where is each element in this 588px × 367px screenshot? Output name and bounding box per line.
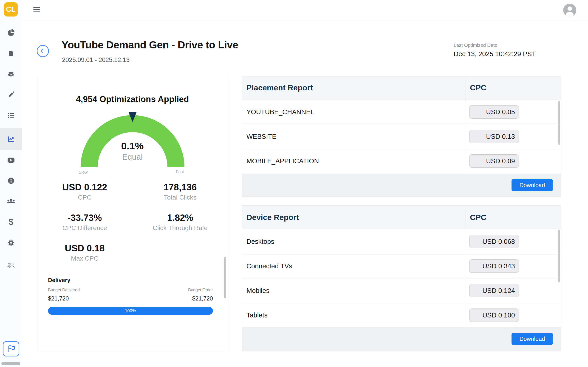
device-scrollbar[interactable] <box>558 230 560 282</box>
device-footer: Download <box>242 327 561 351</box>
stat-ctr-value: 1.82% <box>132 213 228 223</box>
gear-icon <box>7 239 15 247</box>
horizontal-scrollbar[interactable] <box>1 362 20 365</box>
stat-cpc-value: USD 0.122 <box>37 182 132 192</box>
device-cpc-chip[interactable]: USD 0.343 <box>469 259 519 273</box>
pie-chart-icon <box>7 29 15 37</box>
device-report-card: Device Report CPC Desktops USD 0.068 Con… <box>242 205 561 351</box>
table-row: Desktops USD 0.068 <box>242 229 561 254</box>
device-name: Connected TVs <box>246 262 292 270</box>
sidebar-item-info[interactable] <box>0 173 22 188</box>
budget-order: Budget Order $21,720 <box>188 288 213 302</box>
placement-cpc-chip[interactable]: USD 0.09 <box>469 154 519 168</box>
placement-name: YOUTUBE_CHANNEL <box>246 108 314 116</box>
summary-scrollbar[interactable] <box>224 257 226 298</box>
delivery-progress-bar: 100% <box>48 307 213 315</box>
sidebar-item-line-chart[interactable] <box>0 128 22 150</box>
download-button[interactable]: Download <box>511 333 553 345</box>
sidebar: CL <box>0 0 22 367</box>
gauge-min-label: Slow <box>79 170 88 175</box>
placement-name: WEBSITE <box>246 133 277 140</box>
budget-order-label: Budget Order <box>188 288 213 292</box>
sidebar-item-package[interactable] <box>0 67 22 81</box>
app-logo[interactable]: CL <box>4 2 18 17</box>
sidebar-item-list[interactable] <box>0 108 22 123</box>
sidebar-item-manage-accounts[interactable] <box>0 258 22 273</box>
sidebar-item-pencil[interactable] <box>0 87 22 102</box>
kpi-stats: USD 0.122 CPC 178,136 Total Clicks -33.7… <box>37 182 228 262</box>
stat-ctr: 1.82% Click Through Rate <box>132 213 228 232</box>
optimizations-applied-title: 4,954 Optimizations Applied <box>37 94 228 104</box>
sidebar-item-play[interactable] <box>0 153 22 167</box>
gauge-status: Equal <box>80 152 185 161</box>
info-icon <box>7 177 15 185</box>
table-row: Mobiles USD 0.124 <box>242 278 561 303</box>
placement-footer: Download <box>242 174 561 197</box>
table-row: MOBILE_APPLICATION USD 0.09 <box>242 149 561 173</box>
page-title: YouTube Demand Gen - Drive to Live <box>61 39 238 51</box>
stat-cpc: USD 0.122 CPC <box>37 182 132 201</box>
placement-report-title: Placement Report <box>246 83 313 92</box>
placement-cpc-chip[interactable]: USD 0.13 <box>469 130 519 143</box>
sidebar-item-gear[interactable] <box>0 235 22 250</box>
last-optimized-label: Last Optimized Date <box>454 42 536 48</box>
stat-total-clicks: 178,136 Total Clicks <box>132 182 228 201</box>
dollar-icon: $ <box>9 217 13 227</box>
device-name: Tablets <box>246 311 268 319</box>
stat-total-clicks-value: 178,136 <box>132 182 228 192</box>
stat-cpc-difference: -33.73% CPC Difference <box>37 213 132 232</box>
stat-max-cpc-value: USD 0.18 <box>37 243 132 253</box>
document-icon <box>7 50 15 57</box>
avatar[interactable] <box>563 4 576 17</box>
play-icon <box>7 156 15 165</box>
device-report-header: Device Report CPC <box>242 206 561 229</box>
flag-button[interactable] <box>3 341 19 357</box>
device-cpc-chip[interactable]: USD 0.068 <box>469 235 519 248</box>
gauge-max-label: Fast <box>176 169 184 174</box>
delivery-title: Delivery <box>48 277 213 284</box>
stat-total-clicks-label: Total Clicks <box>132 194 228 201</box>
device-cpc-chip[interactable]: USD 0.100 <box>469 309 519 322</box>
back-button[interactable] <box>36 45 49 57</box>
stat-max-cpc: USD 0.18 Max CPC <box>37 243 132 262</box>
table-row: WEBSITE USD 0.13 <box>242 124 561 149</box>
placement-cpc-header: CPC <box>470 83 486 92</box>
device-report-title: Device Report <box>246 213 299 222</box>
pencil-icon <box>7 91 15 99</box>
device-cpc-header: CPC <box>470 213 486 222</box>
placement-cpc-chip[interactable]: USD 0.05 <box>469 105 519 119</box>
last-optimized: Last Optimized Date Dec 13, 2025 10:42:2… <box>454 42 536 58</box>
table-row: YOUTUBE_CHANNEL USD 0.05 <box>242 100 561 124</box>
placement-name: MOBILE_APPLICATION <box>246 157 319 165</box>
sidebar-item-document[interactable] <box>0 46 22 61</box>
device-name: Mobiles <box>246 287 269 294</box>
device-cpc-chip[interactable]: USD 0.124 <box>469 284 519 297</box>
placement-report-header: Placement Report CPC <box>242 76 561 100</box>
budget-order-value: $21,720 <box>188 295 213 302</box>
speed-gauge: 0.1% Equal Slow Fast <box>80 111 185 171</box>
line-chart-icon <box>7 135 15 143</box>
placement-report-card: Placement Report CPC YOUTUBE_CHANNEL USD… <box>242 76 561 197</box>
placement-scrollbar[interactable] <box>558 101 560 145</box>
download-button[interactable]: Download <box>511 179 553 191</box>
campaign-date-range: 2025.09.01 - 2025.12.13 <box>62 56 130 64</box>
sidebar-item-people[interactable] <box>0 194 22 209</box>
package-icon <box>7 70 15 78</box>
table-row: Connected TVs USD 0.343 <box>242 254 561 278</box>
stat-cpc-difference-value: -33.73% <box>37 213 132 223</box>
manage-accounts-icon <box>6 261 16 270</box>
gauge-value: 0.1% <box>80 140 185 152</box>
delivery-progress-label: 100% <box>125 308 136 313</box>
optimization-summary-card: 4,954 Optimizations Applied 0.1% Equal S… <box>37 77 228 352</box>
stat-max-cpc-label: Max CPC <box>37 255 132 262</box>
budget-delivered: Budget Delivered $21,720 <box>48 288 80 302</box>
last-optimized-value: Dec 13, 2025 10:42:29 PST <box>454 50 536 58</box>
stat-ctr-label: Click Through Rate <box>132 224 228 232</box>
sidebar-item-dollar[interactable]: $ <box>0 215 22 229</box>
topbar <box>22 0 588 21</box>
sidebar-item-pie-chart[interactable] <box>0 25 22 40</box>
stat-cpc-label: CPC <box>37 194 132 201</box>
column-divider <box>466 76 466 174</box>
menu-icon[interactable] <box>33 7 41 14</box>
device-name: Desktops <box>246 238 274 245</box>
